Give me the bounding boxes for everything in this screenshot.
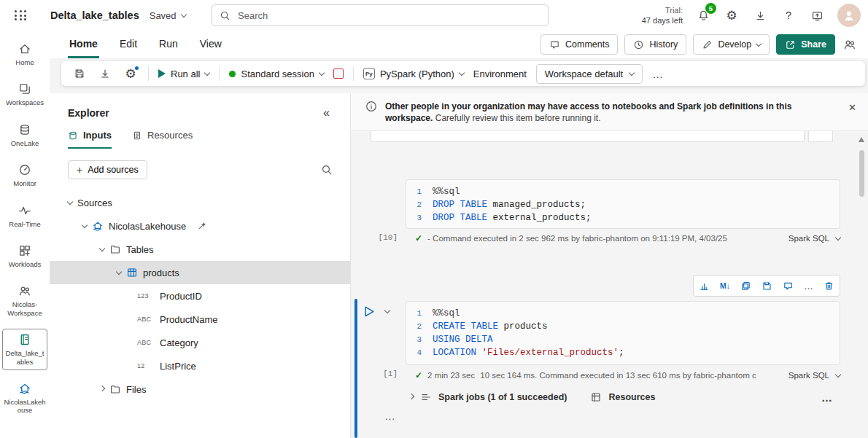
scroll-up-icon[interactable] — [859, 137, 864, 142]
document-title: Delta_lake_tables — [50, 9, 139, 21]
tree-item-products[interactable]: products — [50, 261, 350, 284]
trial-status: Trial: 47 days left — [642, 5, 683, 26]
tab-resources[interactable]: Resources — [132, 130, 193, 149]
tab-home[interactable]: Home — [68, 31, 99, 58]
delete-cell-button[interactable] — [824, 281, 834, 292]
notebook-scrollbar[interactable] — [856, 134, 867, 438]
save-cell-button[interactable] — [762, 281, 772, 292]
pin-icon[interactable] — [197, 221, 207, 231]
close-icon[interactable]: ✕ — [848, 102, 856, 113]
session-label: Standard session — [241, 69, 314, 79]
share-label: Share — [801, 39, 826, 50]
lakehouse-icon — [18, 382, 31, 395]
save-button[interactable] — [71, 66, 88, 82]
global-search[interactable] — [212, 4, 549, 26]
tree-item-column[interactable]: 12 ListPrice — [50, 354, 350, 378]
markdown-button[interactable]: M↓ — [720, 281, 730, 290]
tab-edit[interactable]: Edit — [118, 31, 139, 58]
toolbar-more-button[interactable]: … — [652, 68, 664, 80]
resources-tab-label[interactable]: Resources — [608, 392, 655, 402]
search-input[interactable] — [236, 9, 540, 22]
line-number: 3 — [406, 211, 433, 224]
tree-item-column[interactable]: 123 ProductID — [50, 284, 350, 308]
gear-sparkle-icon: ⚙ — [125, 68, 136, 80]
expander-icon[interactable] — [99, 385, 105, 391]
previous-cell-selector-edge — [808, 131, 833, 142]
nav-home[interactable]: Home — [2, 38, 47, 71]
stop-session-button[interactable] — [333, 69, 344, 79]
add-sources-button[interactable]: + Add sources — [68, 160, 147, 179]
expander-icon[interactable] — [99, 245, 105, 251]
export-button[interactable] — [97, 66, 113, 82]
notebook-settings-button[interactable]: ⚙ — [123, 66, 139, 82]
scrollbar-thumb[interactable] — [859, 150, 864, 197]
environment-button[interactable]: Environment — [473, 69, 527, 79]
cell-more-button[interactable]: … — [804, 281, 813, 292]
help-icon: ? — [786, 9, 791, 21]
jobs-more-button[interactable]: … — [821, 391, 833, 404]
tab-view[interactable]: View — [198, 31, 223, 58]
permissions-button[interactable] — [842, 36, 858, 52]
nav-monitor[interactable]: Monitor — [2, 159, 47, 192]
session-status-dropdown[interactable]: Standard session — [229, 69, 323, 79]
share-button[interactable]: Share — [776, 34, 835, 55]
nav-onelake[interactable]: OneLake — [2, 119, 47, 152]
nav-nicolas-lakehouse[interactable]: NicolasLakehouse — [2, 378, 47, 419]
cell-language-selector[interactable]: Spark SQL — [788, 371, 840, 380]
workspace-selector[interactable]: Workspace default — [536, 64, 643, 84]
help-button[interactable]: ? — [780, 7, 797, 23]
feedback-button[interactable] — [809, 7, 825, 23]
tree-item-column[interactable]: ABC ProductName — [50, 308, 350, 331]
tree-item-files[interactable]: Files — [50, 378, 350, 401]
history-button[interactable]: History — [624, 34, 686, 55]
copy-cell-button[interactable] — [740, 281, 751, 292]
expander-icon[interactable] — [67, 198, 73, 204]
tree-item-sources[interactable]: Sources — [50, 191, 350, 214]
comments-button[interactable]: Comments — [540, 34, 618, 55]
line-number: 4 — [406, 346, 433, 359]
pyspark-icon: Py — [363, 68, 375, 79]
tree-item-column[interactable]: ABC Category — [50, 331, 350, 354]
comment-cell-button[interactable] — [783, 281, 794, 292]
run-all-button[interactable]: Run all — [158, 69, 209, 79]
sparkle-dot — [135, 66, 139, 70]
spark-jobs-label[interactable]: Spark jobs (1 of 1 succeeded) — [438, 392, 567, 402]
tree-item-lakehouse[interactable]: NicolasLakehouse — [50, 214, 350, 238]
code-cell-drop-tables[interactable]: 1%%sql 2DROP TABLE managed_products; 3DR… — [406, 179, 840, 229]
expander-icon[interactable] — [116, 268, 122, 274]
collapse-panel-icon[interactable]: « — [323, 106, 330, 120]
run-cell-button[interactable] — [362, 305, 376, 321]
nav-workspaces[interactable]: Workspaces — [2, 78, 47, 111]
develop-button[interactable]: Develop — [693, 34, 770, 55]
tab-inputs[interactable]: Inputs — [68, 130, 112, 149]
document-icon — [132, 130, 142, 141]
nav-workloads[interactable]: Workloads — [2, 240, 47, 273]
people-icon — [843, 38, 856, 51]
cell-language-selector[interactable]: Spark SQL — [788, 234, 840, 243]
success-check-icon: ✓ — [415, 370, 422, 380]
app-launcher-icon[interactable] — [15, 10, 27, 20]
downloads-button[interactable] — [752, 7, 768, 23]
ribbon-tabs: Home Edit Run View — [68, 31, 223, 58]
saved-status-dropdown[interactable]: Saved — [150, 10, 186, 21]
avatar[interactable] — [837, 4, 861, 27]
expand-jobs-icon[interactable] — [408, 393, 414, 399]
line-number: 3 — [406, 333, 433, 346]
database-icon — [68, 130, 78, 141]
tab-run[interactable]: Run — [158, 31, 179, 58]
tree-search-icon[interactable] — [321, 164, 333, 176]
run-options-chevron-icon[interactable] — [384, 308, 390, 313]
code-cell-create-table[interactable]: 1%%sql 2CREATE TABLE products 3USING DEL… — [406, 301, 840, 365]
nav-real-time[interactable]: Real-Time — [2, 200, 47, 232]
language-dropdown[interactable]: Py PySpark (Python) — [363, 68, 464, 79]
nav-nicolas-workspace[interactable]: Nicolas-Workspace — [2, 280, 47, 321]
active-cell-indicator — [354, 299, 357, 438]
collapsed-output-more[interactable]: … — [384, 410, 397, 422]
comments-label: Comments — [565, 39, 609, 50]
notifications-button[interactable]: 5 — [695, 7, 711, 23]
nav-delta-lake-tables[interactable]: Delta_lake_tables — [2, 329, 47, 370]
expander-icon[interactable] — [82, 222, 88, 227]
settings-button[interactable]: ⚙ — [724, 7, 740, 23]
chart-button[interactable] — [699, 281, 710, 292]
tree-item-tables[interactable]: Tables — [50, 238, 350, 261]
